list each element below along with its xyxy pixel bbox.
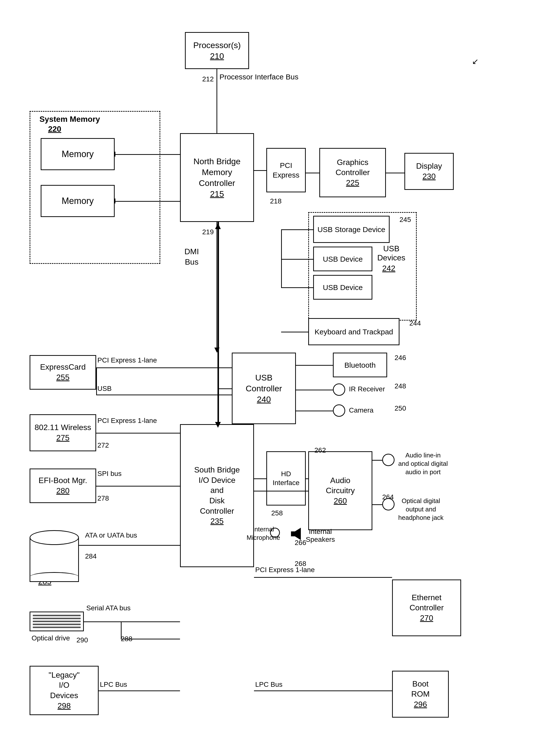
processor-number: 210: [193, 51, 241, 61]
system-memory-label: System Memory: [40, 115, 100, 124]
ethernet-number: 270: [410, 613, 444, 623]
usbc-usbd2-line: [281, 287, 313, 288]
usb-device1-label: USB Device: [323, 254, 363, 264]
display-label: Display: [416, 161, 442, 171]
usb-controller-label: USBController: [246, 372, 282, 394]
audio-circuitry-label: AudioCircuitry: [326, 475, 355, 496]
processor-interface-bus-label: Processor Interface Bus: [219, 73, 298, 81]
ec-usb-vline: [96, 367, 97, 394]
pci-express-1lane-wl-label: PCI Express 1-lane: [97, 417, 157, 425]
internal-mic-label: InternalMicrophone: [247, 525, 280, 542]
graphics-label: GraphicsController: [336, 157, 370, 178]
optical-drive-label: Optical drive: [32, 634, 70, 642]
memory1-box: Memory: [41, 138, 115, 170]
south-bridge-number: 235: [194, 516, 240, 526]
usb-device2-label: USB Device: [323, 282, 363, 292]
usbc-nb-hline: [218, 388, 232, 389]
ref-212: 212: [202, 75, 214, 83]
usb-bus-label: USB: [97, 385, 112, 392]
bluetooth-box: Bluetooth: [333, 353, 387, 377]
sb-eth-hline: [254, 577, 392, 578]
efi-boot-box: EFI-Boot Mgr. 280: [30, 469, 96, 503]
ec-usbc-hline: [96, 367, 232, 368]
mem2-stub: [115, 199, 115, 203]
wireless-label: 802.11 Wireless: [35, 422, 91, 433]
sb-hdi-main-hline: [254, 478, 266, 479]
ec-usb-hline: [96, 394, 232, 395]
internal-speakers-label: InternalSpeakers: [306, 528, 335, 543]
efi-sb-hline: [96, 486, 180, 486]
graphics-box: GraphicsController 225: [319, 148, 386, 197]
south-bridge-label: South BridgeI/O DeviceandDiskController: [194, 465, 240, 516]
opt-sb-hline: [84, 622, 180, 622]
northbridge-number: 215: [194, 189, 241, 199]
memory1-label: Memory: [62, 149, 94, 160]
ref-272: 272: [97, 441, 109, 449]
serial-ata-bus-label: Serial ATA bus: [86, 604, 131, 612]
optical-drive-icon: [30, 612, 84, 631]
usbc-usb-vline: [281, 229, 282, 287]
processor-label: Processor(s): [193, 40, 241, 51]
efi-boot-number: 280: [39, 486, 87, 496]
opt-sb-vline: [121, 622, 121, 639]
mem1-nb-line: [115, 154, 180, 155]
audio-line-in-label: Audio line-inand optical digitalaudio in…: [398, 451, 448, 476]
pci-graphics-line: [306, 173, 319, 173]
memory2-box: Memory: [41, 185, 115, 217]
dmi-arrow: ▼: [212, 345, 221, 354]
audio-line-in-icon: [382, 454, 395, 466]
ir-receiver-icon: [333, 383, 345, 396]
internal-speakers-icon: [291, 528, 301, 540]
bluetooth-label: Bluetooth: [345, 360, 376, 370]
hdi-audio-hline: [306, 478, 308, 479]
camera-label: Camera: [349, 406, 373, 414]
legacy-io-number: 298: [49, 701, 80, 711]
audio-circuitry-box: AudioCircuitry 260: [308, 451, 372, 530]
efi-boot-label: EFI-Boot Mgr.: [39, 475, 87, 486]
audio-line-in-hline: [372, 460, 382, 461]
camera-icon: [333, 405, 345, 417]
processor-box: Processor(s) 210: [185, 32, 249, 69]
nb-sb-vline: [217, 222, 219, 424]
ref-278: 278: [97, 494, 109, 502]
diagram-title-arrow: ↙: [472, 57, 478, 66]
usb-controller-box: USBController 240: [232, 353, 296, 424]
usbc-kb-line: [281, 332, 308, 332]
boot-rom-number: 296: [411, 699, 430, 710]
nb-pci-line: [254, 170, 266, 171]
ref-244: 244: [409, 319, 421, 327]
ata-bus-label: ATA or UATA bus: [85, 531, 137, 539]
internal-hd-cylinder: [30, 530, 79, 584]
usb-device2-box: USB Device: [313, 275, 372, 300]
ref-245: 245: [400, 216, 411, 224]
lpc-bus-right-label: LPC Bus: [255, 681, 283, 688]
usb-devices-label-text: USBDevices: [377, 244, 405, 262]
ref-284: 284: [85, 552, 97, 560]
boot-rom-label: BootROM: [411, 679, 430, 699]
expresscard-box: ExpressCard 255: [30, 355, 96, 390]
display-number: 230: [416, 171, 442, 182]
legacy-sb-hline: [99, 690, 180, 691]
legacy-io-box: "Legacy"I/ODevices 298: [30, 666, 99, 715]
boot-rom-box: BootROM 296: [392, 671, 449, 718]
ethernet-box: EthernetController 270: [392, 580, 461, 636]
pci-express-label: PCIExpress: [273, 161, 299, 180]
usb-storage-box: USB Storage Device: [313, 216, 390, 243]
nb-sb-arrow-up: ▲: [213, 221, 223, 230]
lpc-bus-left-label: LPC Bus: [100, 681, 127, 688]
legacy-io-label: "Legacy"I/ODevices: [49, 670, 80, 701]
expresscard-label: ExpressCard: [40, 362, 86, 372]
keyboard-box: Keyboard and Trackpad: [308, 318, 400, 345]
dmi-vline: [216, 222, 217, 350]
graphics-display-line: [386, 173, 404, 173]
display-box: Display 230: [404, 153, 454, 190]
dmi-bus-label: DMIBus: [185, 247, 199, 267]
spi-bus-label: SPI bus: [97, 470, 121, 478]
optical-out-icon: [382, 498, 395, 511]
ref-246: 246: [395, 354, 406, 362]
wireless-number: 275: [35, 433, 91, 443]
usbc-usbd1-line: [281, 259, 313, 260]
hdi-audio-vline: [266, 478, 267, 491]
nb-sb-arrow-down: ▼: [213, 419, 223, 429]
ethernet-label: EthernetController: [410, 593, 444, 613]
